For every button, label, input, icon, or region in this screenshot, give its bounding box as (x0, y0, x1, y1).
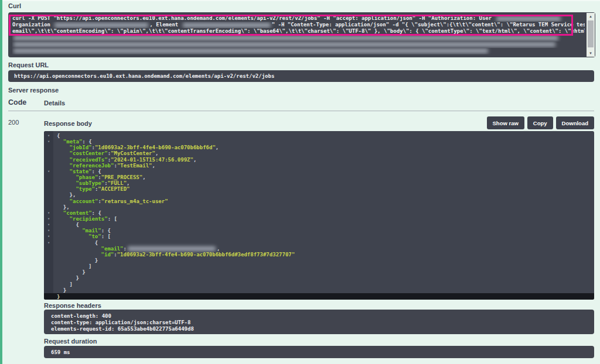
redacted-text (54, 23, 148, 28)
response-body-block[interactable]: ▾{▾"meta": {"jobId": "1d0693a2-3bff-4fe4… (44, 131, 594, 300)
json-line: "email": , (44, 246, 594, 252)
header-line: content-length: 400 (51, 313, 594, 320)
json-line: "receivedTs": "2024-01-15T15:47:56.099Z"… (44, 157, 594, 163)
server-response-label: Server response (8, 87, 59, 94)
json-line: ▾"recipients": [ (44, 216, 594, 222)
request-duration-value: 659 ms (51, 349, 70, 355)
json-line: } (44, 269, 594, 275)
code-column-header: Code (8, 98, 26, 107)
json-line: ] (44, 263, 594, 269)
redacted-text (13, 36, 558, 40)
api-response-panel: Curl curl -X POST "https://api.openconne… (0, 0, 600, 364)
collapse-caret-icon[interactable]: ▾ (44, 169, 53, 174)
json-line: ▾"content": { (44, 210, 594, 216)
curl-label: Curl (8, 2, 21, 9)
json-line: "jobId": "1d0693a2-3bff-4fe4-b690-ac070b… (44, 145, 594, 150)
collapse-caret-icon[interactable]: ▾ (44, 210, 53, 216)
json-line: ▾"to": [ (44, 233, 594, 239)
curl-line: curl -X POST "https://api.openconnectors… (12, 15, 585, 22)
json-line: "costCenter": "MyCostCenter", (44, 150, 594, 156)
collapse-caret-icon[interactable]: ▾ (44, 222, 53, 228)
redacted-text (13, 42, 555, 47)
response-body-label: Response body (44, 120, 92, 127)
request-url-label: Request URL (8, 61, 49, 68)
top-edge (0, 0, 600, 1)
collapse-caret-icon[interactable]: ▾ (44, 228, 53, 233)
scroll-up-icon[interactable]: ▲ (587, 13, 595, 19)
scroll-down-icon[interactable]: ▼ (587, 50, 595, 56)
json-line: } (44, 257, 594, 263)
request-duration-label: Request duration (44, 338, 97, 345)
json-line: ] (44, 281, 594, 287)
request-url-bar: https://api.openconnectors.eu10.ext.hana… (8, 70, 594, 82)
opblock-accent-border (0, 0, 2, 364)
collapse-caret-icon[interactable]: ▾ (44, 216, 53, 222)
json-line: } (44, 275, 594, 281)
json-line: ▾{ (44, 222, 594, 228)
curl-scrollbar[interactable]: ▲ ▼ (587, 13, 595, 57)
header-line: content-type: application/json;charset=U… (51, 320, 594, 326)
json-line: }, (44, 192, 594, 198)
curl-line: email\",\t\t\"contentEncoding\": \"plain… (12, 28, 585, 35)
response-headers-block: content-length: 400 content-type: applic… (44, 310, 594, 334)
json-line: ▾{ (44, 133, 594, 139)
json-line: }, (44, 204, 594, 210)
json-line: "type": "ACCEPTED" (44, 186, 594, 192)
table-divider (8, 111, 594, 111)
json-line: "account": "retarus_m4a_tc-user" (44, 198, 594, 204)
redacted-text (13, 49, 488, 53)
json-line: "subType": "FULL", (44, 180, 594, 186)
curl-command-block[interactable]: curl -X POST "https://api.openconnectors… (8, 12, 595, 57)
scrollbar-thumb[interactable] (588, 20, 594, 47)
collapse-caret-icon[interactable]: ▾ (44, 133, 53, 139)
response-json: ▾{▾"meta": {"jobId": "1d0693a2-3bff-4fe4… (44, 133, 594, 300)
status-code: 200 (8, 119, 19, 126)
request-duration-bar: 659 ms (44, 346, 594, 358)
curl-command-text: curl -X POST "https://api.openconnectors… (12, 15, 585, 54)
curl-line (12, 48, 585, 54)
json-line: } (44, 293, 594, 300)
json-line: ▾"meta": { (44, 139, 594, 145)
response-headers-label: Response headers (44, 302, 101, 309)
json-line: ▾{ (44, 240, 594, 246)
header-line: elements-request-id: 65a553abe4b022775a6… (51, 326, 594, 332)
json-line: } (44, 287, 594, 293)
show-raw-button[interactable]: Show raw (487, 116, 524, 129)
redacted-text (496, 16, 561, 21)
copy-button[interactable]: Copy (527, 116, 553, 129)
request-url-value: https://api.openconnectors.eu10.ext.hana… (14, 73, 274, 79)
details-column-header: Details (44, 99, 65, 107)
collapse-caret-icon[interactable]: ▾ (44, 139, 53, 145)
redacted-text (128, 246, 216, 251)
collapse-caret-icon[interactable]: ▾ (44, 233, 53, 239)
json-line: ▾"mail": { (44, 228, 594, 233)
redacted-text (183, 23, 271, 28)
curl-line (12, 42, 585, 48)
json-line: "referenceJob": "TestEmail", (44, 163, 594, 169)
json-line: "id": "1d0693a2-3bff-4fe4-b690-ac070b6bb… (44, 252, 594, 257)
json-line: "phase": "PRE_PROCESS", (44, 174, 594, 180)
collapse-caret-icon[interactable]: ▾ (44, 240, 53, 246)
response-actions: Show raw Copy Download (487, 116, 594, 129)
curl-line (12, 35, 585, 42)
download-button[interactable]: Download (556, 116, 594, 129)
json-line: ▾"state": { (44, 169, 594, 174)
curl-line: Organization , Element " -H "Content-Typ… (12, 22, 585, 28)
